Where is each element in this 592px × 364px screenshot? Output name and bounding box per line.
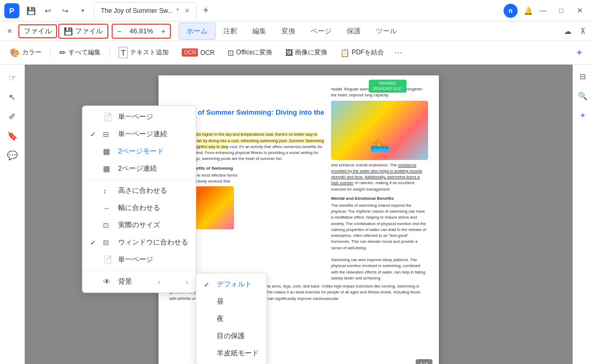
tab-area: The Joy of Summer Sw... * ✕ + <box>94 2 499 19</box>
notifications-button[interactable]: 🔔 <box>521 4 535 18</box>
check-icon-2: ✓ <box>90 130 99 138</box>
submenu-arrow: › <box>158 278 160 286</box>
bg-eye-protection[interactable]: 目の保護 <box>196 327 266 345</box>
tab-close-button[interactable]: ✕ <box>184 7 190 15</box>
tab-title: The Joy of Summer Sw... <box>101 7 173 15</box>
right-sidebar: ⊟ 🔍 ✦ <box>573 65 592 364</box>
zoom-in-button[interactable]: + <box>157 25 169 37</box>
view-option-fit-window[interactable]: ✓ ⊟ ウィンドウに合わせる <box>82 234 196 251</box>
view-option-background[interactable]: 👁 背景 › ✓ デフォルト 昼 <box>82 273 196 290</box>
left-sidebar: ☞ ↖ ✐ 🔖 💬 <box>0 65 25 364</box>
bg-check-1: ✓ <box>204 281 212 289</box>
comment-button[interactable]: 💬 <box>4 146 21 164</box>
pdf-section-title-2: Mental and Emotional Benefits <box>331 195 428 201</box>
toolbar-divider-1 <box>50 46 51 59</box>
save-button[interactable]: 💾 <box>24 4 38 18</box>
actual-size-icon: ⊡ <box>103 221 114 229</box>
tab-page[interactable]: ページ <box>303 23 339 39</box>
fit-window-icon: ⊟ <box>103 239 114 247</box>
color-button[interactable]: 🎨 カラー <box>4 46 47 60</box>
hamburger-menu[interactable]: ≡ <box>2 24 17 39</box>
view-option-fit-height[interactable]: ↕ 高さに合わせる <box>82 182 196 199</box>
active-tab[interactable]: The Joy of Summer Sw... * ✕ <box>94 2 197 19</box>
bookmark-button[interactable]: 🔖 <box>4 127 21 144</box>
zoom-controls: − 46.81% + <box>112 24 171 39</box>
tab-tools[interactable]: ツール <box>368 23 404 39</box>
view-option-actual-size[interactable]: ⊡ 実際のサイズ <box>82 216 196 234</box>
main-area: ☞ ↖ ✐ 🔖 💬 REVISED 2024/12/03 13:17 The J… <box>0 65 592 364</box>
fit-width-icon: ↔ <box>103 204 114 212</box>
pdf-right-text-2: and enhance overall endurance. The resis… <box>331 162 428 192</box>
panel-button[interactable]: ⊟ <box>575 69 590 84</box>
bg-night[interactable]: 夜 <box>196 310 266 327</box>
view-option-single-continuous[interactable]: ✓ ⊟ 単一ページ連続 <box>82 125 196 143</box>
menu-tabs: ホーム 注釈 編集 変換 ページ 保護 ツール <box>178 23 404 40</box>
window-controls: — □ ✕ <box>535 4 588 18</box>
zoom-out-button[interactable]: − <box>113 25 125 37</box>
undo-button[interactable]: ↩ <box>41 4 55 18</box>
view-option-2page-mode[interactable]: ▦ 2ページモード <box>82 143 196 160</box>
redo-button[interactable]: ↪ <box>58 4 72 18</box>
bg-day[interactable]: 昼 <box>196 293 266 310</box>
hand-tool-button[interactable]: ☞ <box>4 69 21 86</box>
ocr-icon: OCR <box>182 48 198 57</box>
tab-edit[interactable]: 編集 <box>245 23 274 39</box>
annotation-button[interactable]: ✐ <box>4 108 21 125</box>
file-menu[interactable]: ファイル <box>18 24 57 38</box>
expand-button[interactable]: ⊼ <box>576 24 590 38</box>
page-icon-2: ⊟ <box>103 130 114 138</box>
pdf-merge-button[interactable]: 📋 PDFを結合 <box>335 46 389 59</box>
new-tab-button[interactable]: + <box>199 4 213 18</box>
background-icon: 👁 <box>103 277 114 286</box>
office-convert-button[interactable]: ⊡ Officeに変換 <box>222 46 278 59</box>
view-option-single-page[interactable]: 📄 単一ページ <box>82 108 196 125</box>
toolbar: 🎨 カラー ✏ すべて編集 T テキスト追加 OCR OCR ⊡ Officeに… <box>0 41 592 65</box>
minimize-button[interactable]: — <box>535 4 551 18</box>
app-logo: P <box>4 3 19 18</box>
view-option-fit-width[interactable]: ↔ 幅に合わせる <box>82 199 196 216</box>
background-submenu: ✓ デフォルト 昼 夜 目の保護 <box>196 273 267 364</box>
pdf-area: REVISED 2024/12/03 13:17 The Joy of Summ… <box>25 65 573 364</box>
view-dropdown: 📄 単一ページ ✓ ⊟ 単一ページ連続 ▦ 2ページモード <box>82 106 196 293</box>
zoom-value[interactable]: 46.81% <box>126 27 156 35</box>
office-icon: ⊡ <box>228 48 234 57</box>
select-tool-button[interactable]: ↖ <box>4 88 21 106</box>
image-convert-button[interactable]: 🖼 画像に変換 <box>280 46 333 59</box>
merge-icon: 📋 <box>340 48 349 57</box>
page-icon-3: ▦ <box>103 147 114 156</box>
toolbar-more-button[interactable]: ⋯ <box>391 46 405 60</box>
sparkle-icon: ✦ <box>575 47 583 59</box>
tab-protect[interactable]: 保護 <box>339 23 368 39</box>
menubar: ≡ ファイル 💾 ファイル − 46.81% + ホーム 注釈 編集 変換 ペー… <box>0 22 592 41</box>
page-icon-1: 📄 <box>103 113 114 121</box>
pdf-mental-text: The benefits of swimming extend beyond t… <box>331 202 428 281</box>
user-avatar: n <box>504 4 518 18</box>
cloud-button[interactable]: ☁ <box>561 24 575 38</box>
tab-home[interactable]: ホーム <box>178 23 216 40</box>
revised-badge: REVISED 2024/12/03 13:17 <box>369 80 407 93</box>
save-icon: 💾 <box>64 27 73 36</box>
search-button[interactable]: 🔍 <box>575 88 590 103</box>
ocr-button[interactable]: OCR OCR <box>176 46 220 59</box>
check-icon-8: ✓ <box>90 239 99 247</box>
view-option-single-page-2[interactable]: 📄 単一ページ <box>82 251 196 268</box>
dropdown-menu: 📄 単一ページ ✓ ⊟ 単一ページ連続 ▦ 2ページモード <box>82 106 196 293</box>
bg-default[interactable]: ✓ デフォルト <box>196 276 266 293</box>
edit-icon: ✏ <box>59 48 66 58</box>
restore-button[interactable]: □ <box>553 4 569 18</box>
tab-annotation[interactable]: 注釈 <box>216 23 245 39</box>
page-icon-5: 📄 <box>103 255 114 264</box>
edit-all-button[interactable]: ✏ すべて編集 <box>54 46 106 60</box>
text-add-button[interactable]: T テキスト追加 <box>113 45 174 60</box>
color-icon: 🎨 <box>10 48 20 58</box>
page-number: 1/4 <box>416 359 432 364</box>
separator-1 <box>82 179 196 180</box>
file-menu-label[interactable]: 💾 ファイル <box>58 24 108 39</box>
bg-parchment[interactable]: 羊皮紙モード <box>196 345 266 362</box>
close-button[interactable]: ✕ <box>572 4 588 18</box>
ai-sparkle-button[interactable]: ✦ <box>575 108 590 123</box>
image-icon: 🖼 <box>285 48 293 57</box>
toolbar-dropdown-button[interactable]: ▾ <box>75 4 90 18</box>
tab-convert[interactable]: 変換 <box>274 23 303 39</box>
view-option-2page-continuous[interactable]: ▦ 2ページ連続 <box>82 160 196 177</box>
